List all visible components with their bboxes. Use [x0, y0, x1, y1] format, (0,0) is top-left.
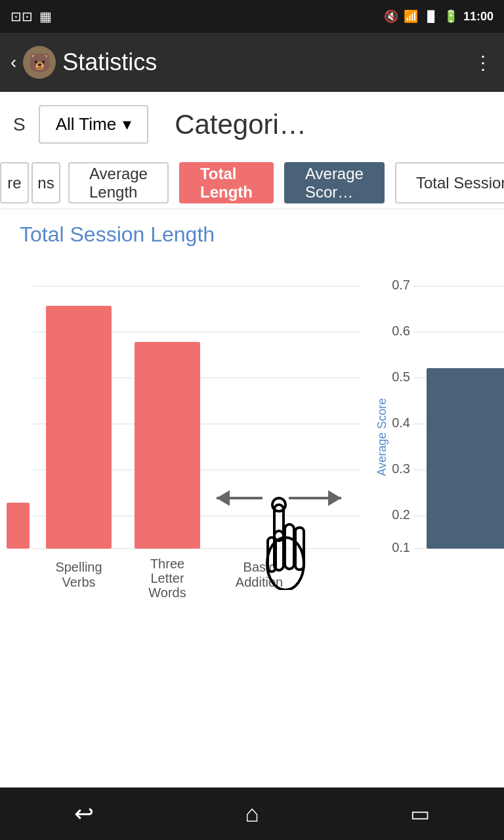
svg-text:0.6: 0.6	[392, 324, 410, 338]
home-nav-icon: ⌂	[245, 800, 259, 828]
app-bar: ‹ 🐻 Statistics ⋮	[0, 33, 504, 92]
categories-heading: Categori…	[175, 109, 306, 140]
left-chart-svg: Spelling Verbs Three Letter Words Basic …	[7, 247, 374, 614]
section-label-s: S	[13, 114, 26, 135]
tab-partial-re-label: re	[7, 174, 21, 192]
voicemail-icon: ⊡⊡	[10, 9, 33, 24]
status-bar-right: 🔇 📶 ▐▌ 🔋 11:00	[384, 9, 494, 24]
tab-partial-ns-label: ns	[37, 174, 54, 192]
svg-rect-31	[427, 368, 504, 549]
svg-text:Three: Three	[150, 556, 184, 571]
chart-title: Total Session Length	[7, 219, 228, 249]
chart-section: Total Session Length	[0, 209, 504, 654]
wifi-icon: 📶	[404, 9, 418, 24]
tab-average-score-label: Average Scor…	[305, 165, 364, 201]
back-nav-button[interactable]: ↩	[64, 794, 104, 833]
tab-total-session[interactable]: Total Session…	[395, 162, 504, 203]
svg-text:Verbs: Verbs	[62, 575, 95, 589]
status-bar: ⊡⊡ ▦ 🔇 📶 ▐▌ 🔋 11:00	[0, 0, 504, 33]
recent-nav-button[interactable]: ▭	[400, 794, 440, 833]
time-filter-label: All Time	[56, 114, 116, 135]
svg-text:0.2: 0.2	[392, 507, 410, 522]
tab-average-score[interactable]: Average Scor…	[284, 162, 385, 203]
signal-icon: ▐▌	[423, 10, 438, 22]
overflow-menu-icon[interactable]: ⋮	[474, 52, 494, 74]
svg-text:Words: Words	[148, 585, 186, 600]
status-bar-left: ⊡⊡ ▦	[10, 9, 52, 24]
svg-text:Spelling: Spelling	[55, 560, 102, 574]
tab-total-length-label: Total Length	[200, 165, 253, 201]
dropdown-arrow-icon: ▾	[123, 114, 131, 135]
tab-average-length-label: Average Length	[89, 165, 148, 201]
svg-text:Addition: Addition	[236, 575, 283, 589]
app-title: Statistics	[62, 49, 157, 76]
back-button[interactable]: ‹	[10, 52, 16, 73]
tab-partial-re[interactable]: re	[0, 162, 29, 203]
svg-text:Letter: Letter	[150, 571, 184, 585]
right-chart: 0.7 0.6 0.5 0.4 0.3 0.2 0.1 Average Scor…	[374, 247, 504, 654]
recent-nav-icon: ▭	[410, 801, 430, 826]
tab-total-session-label: Total Session…	[416, 174, 504, 192]
svg-text:Average Score: Average Score	[375, 398, 388, 476]
battery-icon: 🔋	[444, 9, 458, 24]
left-chart: Spelling Verbs Three Letter Words Basic …	[0, 247, 374, 654]
tab-average-length[interactable]: Average Length	[68, 162, 169, 203]
filter-row: S All Time ▾ Categori…	[0, 92, 504, 157]
tab-partial-ns[interactable]: ns	[32, 162, 60, 203]
svg-text:0.4: 0.4	[392, 415, 410, 430]
chart-area: Spelling Verbs Three Letter Words Basic …	[0, 247, 504, 654]
svg-rect-9	[135, 342, 200, 549]
svg-rect-8	[46, 306, 112, 549]
tab-total-length[interactable]: Total Length	[179, 162, 274, 203]
home-nav-button[interactable]: ⌂	[232, 794, 272, 833]
svg-rect-7	[7, 503, 30, 549]
main-content: S All Time ▾ Categori… re ns Average Len…	[0, 92, 504, 788]
right-chart-svg: 0.7 0.6 0.5 0.4 0.3 0.2 0.1 Average Scor…	[374, 247, 504, 614]
status-time: 11:00	[463, 10, 494, 24]
app-icon: 🐻	[23, 46, 56, 79]
svg-text:0.1: 0.1	[392, 540, 410, 555]
svg-text:0.3: 0.3	[392, 461, 410, 476]
barcode-icon: ▦	[39, 9, 52, 24]
svg-text:0.7: 0.7	[392, 278, 410, 292]
mute-icon: 🔇	[384, 9, 398, 24]
bottom-nav: ↩ ⌂ ▭	[0, 788, 504, 840]
tabs-row: re ns Average Length Total Length Averag…	[0, 157, 504, 209]
bear-icon: 🐻	[28, 52, 51, 74]
app-bar-left: ‹ 🐻 Statistics	[10, 46, 157, 79]
svg-text:Basic: Basic	[243, 560, 276, 574]
time-filter-dropdown[interactable]: All Time ▾	[39, 105, 148, 144]
svg-text:0.5: 0.5	[392, 369, 410, 384]
back-nav-icon: ↩	[74, 800, 94, 828]
